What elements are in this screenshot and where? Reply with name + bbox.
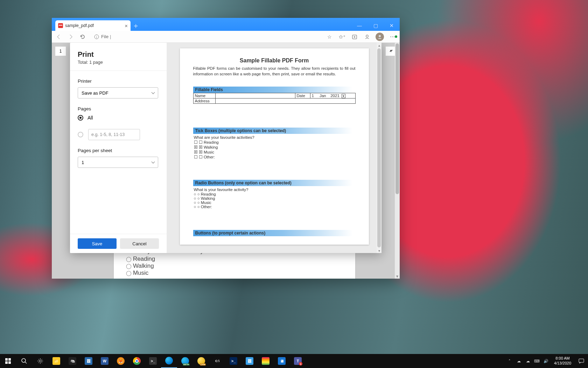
edge-icon[interactable]	[161, 354, 177, 368]
onedrive-icon[interactable]: ☁	[514, 359, 523, 363]
pages-all-radio[interactable]: All	[78, 115, 159, 121]
address-value-cell	[215, 98, 355, 104]
pdf-radio-option: Reading	[126, 255, 343, 263]
favorite-star-icon[interactable]: ☆	[325, 34, 334, 40]
pages-range-input[interactable]: e.g. 1-5, 8, 11-13	[88, 129, 140, 140]
tray-chevron-icon[interactable]: ˄	[505, 359, 514, 363]
radio-option: ○ Other:	[194, 205, 356, 209]
print-dialog: Print Total: 1 page Printer Save as PDF …	[70, 43, 382, 253]
tick-option: ☒ Music	[194, 150, 356, 155]
url-input[interactable]: i File |	[90, 32, 321, 42]
terminal-icon[interactable]: >_	[145, 354, 161, 368]
tab-strip: sample_pdf.pdf × ＋	[55, 18, 141, 31]
radio-icon	[78, 115, 83, 121]
tab-close-button[interactable]: ×	[125, 23, 128, 28]
preview-scrollbar[interactable]: ▴ ▾	[377, 43, 382, 253]
microsoft-store-icon[interactable]: 🛍	[64, 354, 80, 368]
dialog-title: Print	[78, 50, 159, 59]
powershell-icon[interactable]: >_	[225, 354, 241, 368]
taskbar: 📁 🛍 🖼 W 🦊 >_ BETA CAN C:\ >_ 🖼 🖥 T1 ˄ ☁ …	[0, 354, 588, 368]
minimize-button[interactable]: —	[351, 20, 368, 31]
pdf-scrollbar[interactable]: ▲ ▼	[395, 43, 400, 279]
radio-option: ○ Reading	[194, 192, 356, 196]
print-options-panel: Print Total: 1 page Printer Save as PDF …	[70, 43, 167, 253]
preview-page: Sample Fillable PDF Form Fillable PDF fo…	[180, 48, 369, 245]
tick-question: What are your favourite activities?	[194, 135, 356, 139]
url-text: File	[101, 34, 108, 39]
printer-select[interactable]: Save as PDF	[78, 87, 158, 98]
clock-date: 4/13/2020	[554, 361, 571, 366]
maximize-button[interactable]: ▢	[368, 20, 384, 31]
info-icon: i	[94, 34, 99, 39]
collections-icon[interactable]	[350, 34, 359, 40]
url-sep: |	[110, 34, 111, 39]
svg-line-12	[25, 362, 27, 363]
scroll-up-icon[interactable]: ▴	[377, 43, 382, 48]
page-number-input[interactable]: 1	[55, 46, 66, 56]
chrome-icon[interactable]	[129, 354, 145, 368]
section-radio-buttons: Radio Buttons (only one option can be se…	[193, 180, 356, 186]
firefox-icon[interactable]: 🦊	[113, 354, 129, 368]
remote-desktop-icon[interactable]: 🖥	[274, 354, 290, 368]
scroll-thumb[interactable]	[377, 48, 381, 247]
tab-sample-pdf[interactable]: sample_pdf.pdf ×	[55, 20, 131, 31]
form-description: Fillable PDF forms can be customised to …	[193, 66, 356, 77]
cancel-button[interactable]: Cancel	[120, 238, 159, 249]
pdf-radio-options: Reading Walking Music	[126, 255, 343, 277]
pdf-file-icon	[58, 23, 63, 28]
browser-window: sample_pdf.pdf × ＋ — ▢ ✕ i File | ☆ ✩⁺	[52, 18, 400, 279]
word-icon[interactable]: W	[97, 354, 113, 368]
pages-all-label: All	[88, 115, 93, 121]
print-preview-panel: Sample Fillable PDF Form Fillable PDF fo…	[167, 43, 382, 253]
file-explorer-icon[interactable]: 📁	[48, 354, 64, 368]
system-clock[interactable]: 8:00 AM 4/13/2020	[554, 356, 571, 366]
address-bar: i File | ☆ ✩⁺ ⋯	[52, 31, 400, 43]
cmd-icon[interactable]: C:\	[209, 354, 225, 368]
photos-icon[interactable]: 🖼	[80, 354, 97, 368]
favorites-list-icon[interactable]: ✩⁺	[337, 34, 346, 40]
svg-point-5	[366, 35, 369, 37]
photos2-icon[interactable]: 🖼	[241, 354, 258, 368]
pages-per-sheet-select[interactable]: 1	[78, 157, 158, 168]
profile-avatar[interactable]	[375, 33, 384, 41]
refresh-button[interactable]	[78, 34, 87, 40]
nav-forward-button[interactable]	[66, 34, 75, 40]
name-value-cell	[215, 93, 295, 98]
onedrive2-icon[interactable]: ☁	[523, 359, 532, 363]
scroll-down-icon[interactable]: ▼	[395, 274, 400, 279]
edge-beta-icon[interactable]: BETA	[177, 354, 193, 368]
save-button[interactable]: Save	[78, 238, 117, 249]
radio-icon	[78, 132, 83, 137]
window-controls: — ▢ ✕	[351, 20, 400, 31]
svg-rect-10	[8, 361, 11, 364]
name-label: Name	[193, 93, 215, 98]
edge-canary-icon[interactable]: CAN	[193, 354, 209, 368]
settings-more-icon[interactable]: ⋯	[388, 34, 397, 40]
address-label: Address	[193, 98, 215, 104]
scroll-down-icon[interactable]: ▾	[377, 248, 382, 253]
date-dropdown-icon: ▾	[342, 94, 345, 98]
close-window-button[interactable]: ✕	[384, 20, 400, 31]
pages-range-radio[interactable]: e.g. 1-5, 8, 11-13	[78, 129, 159, 140]
name-date-table: Name Date 1 Jan 2021 ▾ Addres	[193, 93, 356, 104]
feedback-icon[interactable]	[363, 34, 372, 40]
start-button[interactable]	[0, 354, 16, 368]
nav-back-button[interactable]	[55, 34, 63, 40]
titlebar: sample_pdf.pdf × ＋ — ▢ ✕	[52, 18, 400, 31]
printer-label: Printer	[78, 79, 159, 84]
pages-label: Pages	[78, 106, 159, 111]
volume-icon[interactable]: 🔊	[541, 359, 551, 363]
chevron-down-icon	[152, 91, 155, 94]
settings-taskbar-icon[interactable]	[32, 354, 48, 368]
chevron-down-icon	[152, 160, 155, 164]
search-button[interactable]	[16, 354, 32, 368]
keyboard-tray-icon[interactable]: ⌨	[532, 359, 541, 363]
tab-title: sample_pdf.pdf	[65, 23, 94, 28]
powertoys-icon[interactable]	[258, 354, 274, 368]
scroll-thumb[interactable]	[396, 43, 399, 194]
action-center-icon[interactable]	[575, 354, 588, 368]
new-tab-button[interactable]: ＋	[131, 20, 141, 31]
pdf-radio-option: Music	[126, 270, 343, 277]
teams-icon[interactable]: T1	[290, 354, 306, 368]
section-tick-boxes: Tick Boxes (multiple options can be sele…	[193, 128, 356, 134]
